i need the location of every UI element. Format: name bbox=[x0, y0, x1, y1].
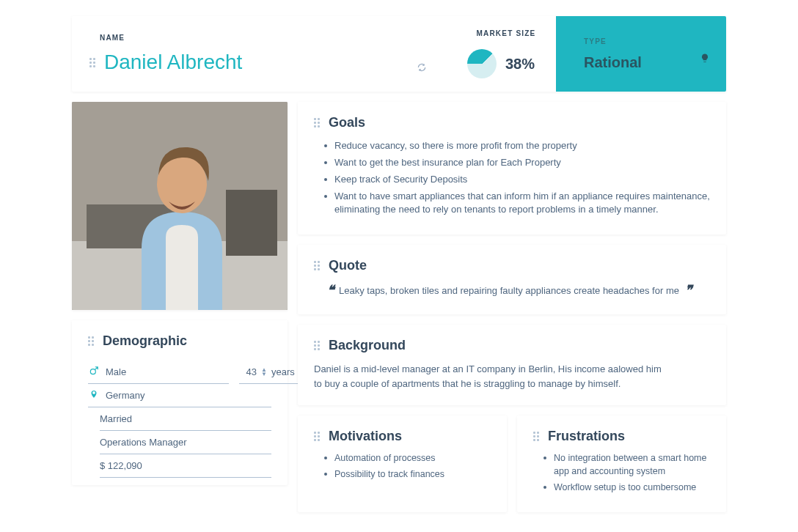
marital-input[interactable] bbox=[100, 413, 271, 424]
job-field[interactable] bbox=[100, 431, 271, 454]
motivations-list: Automation of processes Possibility to t… bbox=[314, 451, 491, 481]
motivations-title: Motivations bbox=[329, 429, 402, 444]
income-input[interactable] bbox=[100, 460, 271, 471]
frustrations-list: No integration between a smart home app … bbox=[533, 451, 710, 494]
age-unit: years bbox=[271, 366, 295, 377]
country-input[interactable] bbox=[106, 390, 271, 401]
quote-open-icon: ❝ bbox=[327, 282, 333, 298]
gender-field[interactable] bbox=[88, 361, 229, 384]
drag-handle-icon[interactable] bbox=[88, 335, 95, 348]
name-label: NAME bbox=[89, 34, 428, 42]
type-cell[interactable]: TYPE Rational bbox=[556, 16, 726, 92]
country-field[interactable] bbox=[88, 384, 271, 407]
persona-header: NAME Daniel Albrecht MARKET SIZE 38% TYP… bbox=[72, 16, 726, 92]
list-item: Workflow setup is too cumbersome bbox=[554, 481, 710, 494]
market-size-label: MARKET SIZE bbox=[466, 29, 536, 37]
stepper-icon[interactable]: ▲▼ bbox=[261, 368, 267, 377]
sync-icon[interactable] bbox=[417, 62, 427, 73]
type-value: Rational bbox=[574, 54, 709, 71]
income-field[interactable] bbox=[100, 454, 271, 478]
demographic-title: Demographic bbox=[103, 333, 187, 349]
market-size-value: 38% bbox=[505, 56, 535, 73]
drag-handle-icon[interactable] bbox=[314, 117, 321, 130]
name-cell: NAME Daniel Albrecht bbox=[72, 16, 446, 92]
frustrations-card: Frustrations No integration between a sm… bbox=[517, 415, 726, 511]
gender-input[interactable] bbox=[106, 366, 229, 377]
list-item: Keep track of Security Deposits bbox=[334, 173, 710, 187]
goals-title: Goals bbox=[329, 115, 365, 130]
age-field[interactable]: ▲▼ years bbox=[239, 361, 304, 384]
demographic-card: Demographic ▲▼ years bbox=[72, 320, 288, 485]
goals-card: Goals Reduce vacancy, so there is more p… bbox=[298, 102, 726, 234]
quote-close-icon: ❞ bbox=[685, 282, 691, 298]
list-item: Want to have smart appliances that can i… bbox=[334, 190, 710, 218]
lightbulb-icon bbox=[700, 51, 710, 64]
goals-list: Reduce vacancy, so there is more profit … bbox=[314, 139, 710, 217]
background-card: Background Daniel is a mid-level manager… bbox=[298, 325, 726, 405]
drag-handle-icon[interactable] bbox=[89, 56, 97, 69]
job-input[interactable] bbox=[100, 437, 271, 448]
type-label: TYPE bbox=[574, 37, 709, 45]
motivations-card: Motivations Automation of processes Poss… bbox=[298, 415, 507, 511]
list-item: Want to get the best insurance plan for … bbox=[334, 156, 710, 170]
male-icon bbox=[88, 366, 100, 378]
drag-handle-icon[interactable] bbox=[314, 430, 321, 443]
quote-text: Leaky taps, broken tiles and repairing f… bbox=[339, 285, 679, 296]
marital-field[interactable] bbox=[100, 407, 271, 431]
drag-handle-icon[interactable] bbox=[533, 430, 541, 443]
drag-handle-icon[interactable] bbox=[314, 339, 321, 352]
background-title: Background bbox=[329, 338, 406, 353]
list-item: Automation of processes bbox=[334, 451, 491, 465]
location-pin-icon bbox=[88, 389, 100, 402]
list-item: Possibility to track finances bbox=[334, 468, 491, 481]
drag-handle-icon[interactable] bbox=[314, 259, 321, 273]
persona-photo[interactable] bbox=[72, 102, 288, 310]
quote-card: Quote ❝ Leaky taps, broken tiles and rep… bbox=[298, 245, 726, 314]
background-text: Daniel is a mid-level manager at an IT c… bbox=[314, 362, 666, 391]
list-item: No integration between a smart home app … bbox=[554, 451, 710, 478]
svg-rect-3 bbox=[226, 190, 277, 256]
list-item: Reduce vacancy, so there is more profit … bbox=[334, 139, 710, 153]
persona-name[interactable]: Daniel Albrecht bbox=[104, 51, 242, 74]
frustrations-title: Frustrations bbox=[548, 429, 625, 444]
market-size-cell: MARKET SIZE 38% bbox=[446, 16, 556, 92]
age-input[interactable] bbox=[239, 366, 257, 377]
market-size-pie-icon bbox=[467, 49, 497, 78]
quote-title: Quote bbox=[329, 258, 367, 273]
